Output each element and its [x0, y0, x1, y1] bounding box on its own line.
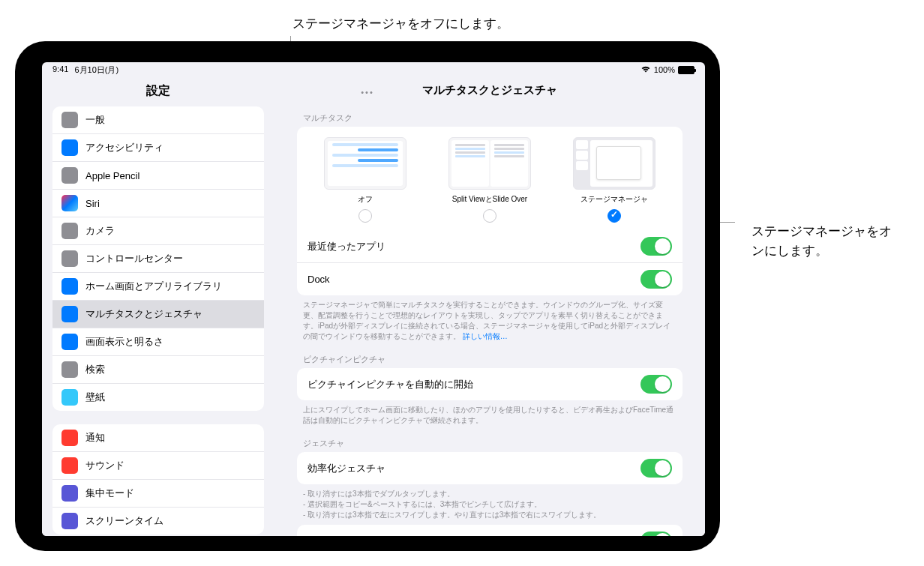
multitask-footer: ステージマネージャで簡単にマルチタスクを実行することができます。ウインドウのグル… [297, 295, 682, 346]
multitask-options-block: オフ Split ViewとSlide Over [297, 127, 682, 295]
sidebar-item-label: ホーム画面とアプリライブラリ [86, 280, 222, 293]
sidebar-item-label: 画面表示と明るさ [86, 335, 164, 349]
toggle-productivity-gesture-row: 効率化ジェスチャ [297, 452, 682, 484]
toggle-dock-label: Dock [308, 274, 330, 285]
ipad-screen: 9:41 6月10日(月) 100% 設定 一般アクセシビリティApple Pe… [42, 62, 705, 536]
gesture-block-1: 効率化ジェスチャ [297, 452, 682, 484]
sidebar-item-label: スクリーンタイム [86, 514, 164, 528]
battery-icon [678, 66, 694, 74]
toggle-4-5-finger-label: 4本または5本指のジェスチャ [308, 535, 435, 537]
multitask-option-off[interactable]: オフ [324, 137, 406, 223]
sidebar-item--[interactable]: サウンド [52, 452, 264, 480]
multitasking-dots-icon[interactable]: ••• [361, 88, 374, 97]
toggle-pip[interactable] [640, 375, 672, 394]
multitask-icon [62, 306, 78, 322]
radio-off[interactable] [358, 209, 372, 223]
sidebar-item-label: 検索 [86, 363, 105, 376]
sidebar-item--[interactable]: 画面表示と明るさ [52, 328, 264, 356]
sidebar-item-label: アクセシビリティ [86, 141, 164, 154]
sidebar-item-label: カメラ [86, 224, 115, 238]
sidebar-item--[interactable]: 壁紙 [52, 384, 264, 411]
sidebar-item-label: 集中モード [86, 487, 134, 500]
status-battery-percent: 100% [654, 65, 675, 74]
sidebar-item--[interactable]: 通知 [52, 424, 264, 452]
multitask-option-off-label: オフ [358, 194, 373, 205]
notif-icon [62, 430, 78, 446]
home-icon [62, 278, 78, 295]
toggle-productivity-gesture-label: 効率化ジェスチャ [308, 462, 386, 475]
sidebar-item--[interactable]: 検索 [52, 356, 264, 384]
callout-stage-manager-on: ステージマネージャをオンにします。 [752, 222, 902, 260]
toggle-recent-apps[interactable] [640, 237, 672, 256]
general-icon [62, 112, 78, 128]
pip-footer: 上にスワイプしてホーム画面に移動したり、ほかのアプリを使用したりすると、ビデオ再… [297, 400, 682, 430]
gesture-block-2: 4本または5本指のジェスチャ [297, 525, 682, 536]
sound-icon [62, 457, 78, 474]
sidebar-group: 一般アクセシビリティApple PencilSiriカメラコントロールセンターホ… [52, 106, 264, 411]
toggle-productivity-gesture[interactable] [640, 459, 672, 478]
multitask-option-stage-manager[interactable]: ステージマネージャ [573, 137, 656, 223]
sidebar-item--[interactable]: コントロールセンター [52, 245, 264, 273]
status-date: 6月10日(月) [74, 64, 118, 76]
screentime-icon [62, 513, 78, 529]
status-bar: 9:41 6月10日(月) 100% [42, 62, 705, 77]
preview-off-icon [324, 137, 406, 190]
sidebar-group: 通知サウンド集中モードスクリーンタイム [52, 424, 264, 535]
section-header-multitask: マルチタスク [297, 105, 682, 127]
detail-pane-title: マルチタスクとジェスチャ [297, 77, 682, 105]
toggle-4-5-finger-row: 4本または5本指のジェスチャ [297, 525, 682, 536]
sidebar-item-label: 一般 [86, 113, 105, 127]
sidebar-item--[interactable]: ホーム画面とアプリライブラリ [52, 273, 264, 301]
status-time: 9:41 [52, 64, 68, 76]
accessibility-icon [62, 139, 78, 156]
sidebar-item-label: Siri [86, 198, 100, 209]
learn-more-link[interactable]: 詳しい情報… [463, 332, 508, 340]
settings-sidebar: 設定 一般アクセシビリティApple PencilSiriカメラコントロールセン… [42, 77, 274, 536]
sidebar-item--[interactable]: カメラ [52, 217, 264, 245]
camera-icon [62, 223, 78, 239]
pencil-icon [62, 167, 78, 184]
preview-splitview-icon [448, 137, 531, 190]
multitask-option-splitview-label: Split ViewとSlide Over [452, 194, 527, 205]
wifi-icon [640, 65, 651, 74]
sidebar-item-label: 通知 [86, 431, 105, 445]
control-icon [62, 250, 78, 267]
section-header-gesture: ジェスチャ [297, 430, 682, 452]
radio-splitview[interactable] [483, 209, 496, 223]
ipad-device-frame: ••• 9:41 6月10日(月) 100% 設定 一般アクセシビリティAppl… [15, 41, 720, 551]
toggle-recent-apps-row: 最近使ったアプリ [297, 230, 682, 263]
callout-stage-manager-off: ステージマネージャをオフにします。 [292, 15, 509, 32]
sidebar-item-label: マルチタスクとジェスチャ [86, 307, 202, 321]
sidebar-item--[interactable]: 一般 [52, 106, 264, 134]
multitask-option-splitview[interactable]: Split ViewとSlide Over [448, 137, 531, 223]
toggle-pip-label: ピクチャインピクチャを自動的に開始 [308, 378, 473, 391]
sidebar-item-label: Apple Pencil [86, 170, 140, 181]
search-icon [62, 361, 78, 378]
display-icon [62, 334, 78, 350]
radio-stage-manager[interactable] [608, 209, 621, 223]
sidebar-item-apple-pencil[interactable]: Apple Pencil [52, 162, 264, 190]
multitask-option-stage-manager-label: ステージマネージャ [580, 194, 648, 205]
sidebar-item--[interactable]: スクリーンタイム [52, 508, 264, 535]
sidebar-item--[interactable]: アクセシビリティ [52, 134, 264, 162]
sidebar-item-label: サウンド [86, 459, 124, 472]
sidebar-item-label: コントロールセンター [86, 252, 183, 265]
wallpaper-icon [62, 389, 78, 406]
toggle-recent-apps-label: 最近使ったアプリ [308, 240, 386, 253]
detail-pane: マルチタスクとジェスチャ マルチタスク オフ [274, 77, 705, 536]
pip-block: ピクチャインピクチャを自動的に開始 [297, 368, 682, 400]
sidebar-item-label: 壁紙 [86, 391, 105, 404]
siri-icon [62, 195, 78, 211]
toggle-4-5-finger[interactable] [640, 532, 672, 536]
sidebar-title: 設定 [52, 77, 264, 106]
focus-icon [62, 485, 78, 502]
toggle-dock-row: Dock [297, 263, 682, 295]
section-header-pip: ピクチャインピクチャ [297, 346, 682, 368]
gesture-footer-1: - 取り消すには3本指でダブルタップします。 - 選択範囲をコピー&ペーストする… [297, 484, 682, 525]
preview-stage-manager-icon [573, 137, 656, 190]
sidebar-item--[interactable]: マルチタスクとジェスチャ [52, 301, 264, 328]
toggle-dock[interactable] [640, 270, 672, 289]
sidebar-item--[interactable]: 集中モード [52, 480, 264, 508]
sidebar-item-siri[interactable]: Siri [52, 190, 264, 217]
toggle-pip-row: ピクチャインピクチャを自動的に開始 [297, 368, 682, 400]
